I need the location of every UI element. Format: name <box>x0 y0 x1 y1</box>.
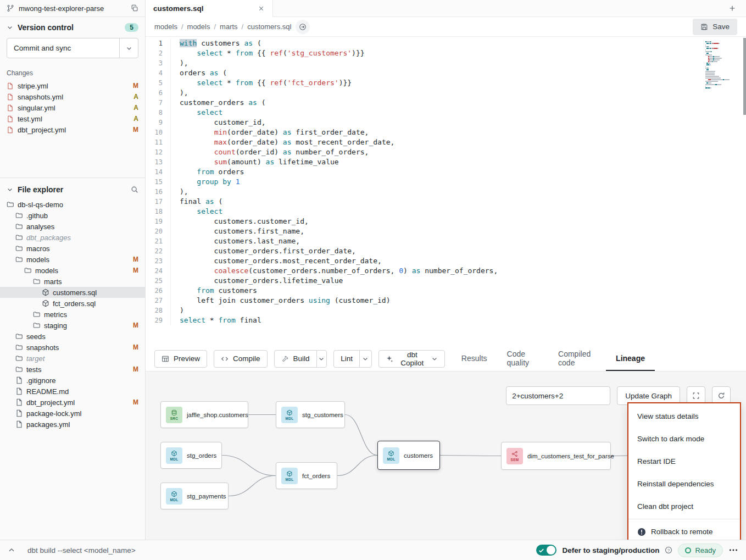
tree-item-packages-yml[interactable]: packages.yml <box>0 419 145 430</box>
code-editor[interactable]: 1with customers as (2 select * from {{ r… <box>146 37 746 346</box>
tree-item-readme-md[interactable]: README.md <box>0 386 145 397</box>
commit-and-sync-button[interactable]: Commit and sync <box>7 38 119 58</box>
lineage-node-stg-customers[interactable]: MDLstg_customers <box>276 401 345 428</box>
line-number: 2 <box>146 48 171 58</box>
close-icon[interactable] <box>258 5 265 12</box>
tab-results[interactable]: Results <box>452 346 497 371</box>
tree-item-tests[interactable]: testsM <box>0 364 145 375</box>
version-control-header[interactable]: Version control 5 <box>0 17 145 37</box>
breadcrumb-marts[interactable]: marts <box>220 23 238 31</box>
tree-item-seeds[interactable]: seeds <box>0 331 145 342</box>
lineage-edge <box>222 456 276 476</box>
tree-item-macros[interactable]: macros <box>0 243 145 254</box>
folder-icon <box>33 321 41 329</box>
lint-options-button[interactable] <box>359 351 371 367</box>
folder-icon <box>7 201 14 208</box>
lineage-node-jaffle-shop-customers[interactable]: SRCjaffle_shop.customers <box>160 401 248 428</box>
tab-compiled-code[interactable]: Compiled code <box>548 346 606 371</box>
lineage-node-customers[interactable]: MDLcustomers <box>377 441 440 470</box>
version-control-section: Version control 5 Commit and sync Change… <box>0 17 145 178</box>
line-number: 16 <box>146 187 171 197</box>
tree-item-fct-orders-sql[interactable]: fct_orders.sql <box>0 298 145 309</box>
tree-item-analyses[interactable]: analyses <box>0 221 145 232</box>
lint-button[interactable]: Lint <box>334 351 359 367</box>
tab-code-quality[interactable]: Code quality <box>497 346 549 371</box>
changed-file-dbt-project-yml[interactable]: dbt_project.ymlM <box>0 124 145 135</box>
code-line: 9 customer_id, <box>146 118 746 127</box>
lineage-selector-input[interactable] <box>506 386 610 405</box>
code-text: customer_id, <box>171 118 266 127</box>
tree-item-snapshots[interactable]: snapshotsM <box>0 342 145 353</box>
build-button[interactable]: Build <box>275 351 316 367</box>
code-text: select <box>171 207 222 217</box>
tree-item-metrics[interactable]: metrics <box>0 309 145 320</box>
lineage-node-stg-payments[interactable]: MDLstg_payments <box>160 483 229 509</box>
changed-file-test-yml[interactable]: test.ymlA <box>0 113 145 124</box>
folder-icon <box>15 256 23 263</box>
tree-item-dbt-packages[interactable]: dbt_packages <box>0 232 145 243</box>
breadcrumb: models/models/marts/customers.sql <box>154 23 291 31</box>
line-number: 1 <box>146 38 171 48</box>
defer-toggle[interactable] <box>536 545 556 556</box>
breadcrumb-customers-sql[interactable]: customers.sql <box>247 23 291 31</box>
file-name: test.yml <box>18 115 42 123</box>
help-icon[interactable]: ? <box>665 546 672 554</box>
tree-item-customers-sql[interactable]: customers.sql <box>0 287 145 298</box>
code-line: 11 max(order_date) as most_recent_order_… <box>146 137 746 147</box>
tree-item-models[interactable]: modelsM <box>0 254 145 265</box>
line-number: 22 <box>146 246 171 256</box>
build-options-button[interactable] <box>316 351 327 367</box>
fullscreen-icon <box>692 392 700 400</box>
lineage-node-fct-orders[interactable]: MDLfct_orders <box>276 462 337 489</box>
tree-item-staging[interactable]: stagingM <box>0 320 145 331</box>
menu-item-switch-to-dark-mode[interactable]: Switch to dark mode <box>628 428 740 450</box>
minimap[interactable] <box>705 41 737 89</box>
mdl-badge-icon: MDL <box>166 447 182 464</box>
tab-lineage[interactable]: Lineage <box>606 346 655 371</box>
branch-row[interactable]: mwong-test-explorer-parse <box>0 0 145 17</box>
changed-file-stripe-yml[interactable]: stripe.ymlM <box>0 80 145 91</box>
line-number: 19 <box>146 217 171 226</box>
commit-options-button[interactable] <box>119 38 138 58</box>
lineage-node-dim-customers-test-for-parse[interactable]: SEMdim_customers_test_for_parse <box>501 442 611 470</box>
tree-item-models[interactable]: modelsM <box>0 265 145 276</box>
breadcrumb-action-button[interactable] <box>296 20 310 34</box>
preview-button[interactable]: Preview <box>154 350 207 368</box>
menu-item-restart-ide[interactable]: Restart IDE <box>628 450 740 473</box>
save-button[interactable]: Save <box>693 19 737 35</box>
compile-button[interactable]: Compile <box>214 350 268 368</box>
changed-file-singular-yml[interactable]: singular.ymlA <box>0 102 145 113</box>
dbt-copilot-button[interactable]: dbt Copilot <box>378 350 445 368</box>
tree-item-dbt-project-yml[interactable]: dbt_project.ymlM <box>0 397 145 408</box>
menu-item-reinstall-dependencies[interactable]: Reinstall dependencies <box>628 473 740 495</box>
menu-item-rollback-to-remote[interactable]: Rollback to remote <box>628 520 740 540</box>
changed-file-snapshots-yml[interactable]: snapshots.ymlA <box>0 91 145 102</box>
breadcrumb-models[interactable]: models <box>154 23 177 31</box>
tab-customers-sql[interactable]: customers.sql <box>146 0 273 17</box>
chevron-up-icon[interactable] <box>8 546 15 554</box>
search-icon[interactable] <box>131 186 138 193</box>
tree-item-target[interactable]: target <box>0 353 145 364</box>
file-explorer-header[interactable]: File explorer <box>0 179 145 199</box>
code-line: 5 select * from {{ ref('fct_orders')}} <box>146 78 746 88</box>
tree-item-db-sl-qs-demo[interactable]: db-sl-qs-demo <box>0 199 145 210</box>
more-options-button[interactable] <box>728 545 738 555</box>
breadcrumb-models[interactable]: models <box>187 23 210 31</box>
tree-item-package-lock-yml[interactable]: package-lock.yml <box>0 408 145 419</box>
menu-item-view-status-details[interactable]: View status details <box>628 405 740 428</box>
tree-item-gitignore[interactable]: .gitignore <box>0 375 145 386</box>
menu-item-label: Restart IDE <box>637 457 676 465</box>
copy-branch-icon[interactable] <box>131 4 138 12</box>
code-text: customer_orders as ( <box>171 98 266 108</box>
file-icon <box>15 409 23 417</box>
tree-item-github[interactable]: .github <box>0 210 145 221</box>
status-badge[interactable]: Ready <box>678 544 723 557</box>
new-tab-button[interactable] <box>719 0 746 16</box>
menu-item-label: Rollback to remote <box>651 528 713 536</box>
command-input[interactable]: dbt build --select <model_name> <box>27 546 136 555</box>
lineage-node-stg-orders[interactable]: MDLstg_orders <box>160 442 222 469</box>
menu-item-clean-dbt-project[interactable]: Clean dbt project <box>628 495 740 518</box>
editor-scrollbar[interactable] <box>743 38 746 115</box>
tree-item-marts[interactable]: marts <box>0 276 145 287</box>
minimap-line <box>705 56 737 57</box>
